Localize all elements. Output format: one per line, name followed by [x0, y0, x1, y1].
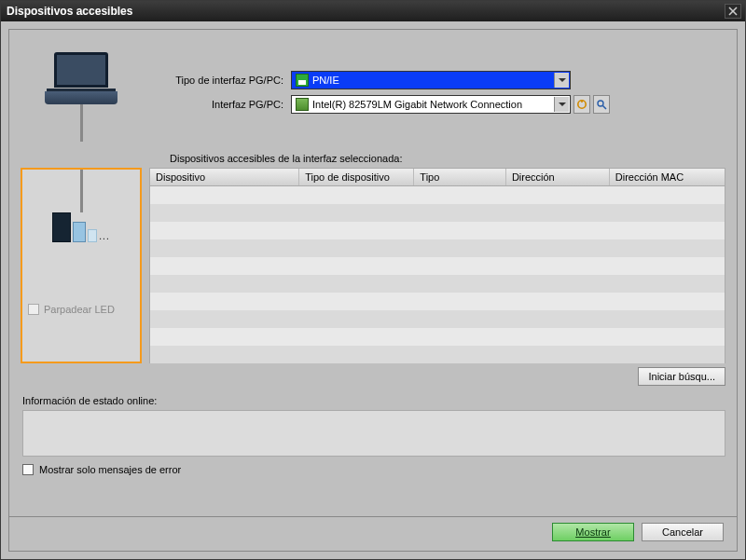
show-button[interactable]: Mostrar: [552, 523, 634, 541]
laptop-icon: [45, 52, 117, 104]
svg-line-6: [603, 106, 607, 110]
top-area: Tipo de interfaz PG/PC: PN/IE Interfaz P…: [9, 30, 737, 145]
dialog-body: Tipo de interfaz PG/PC: PN/IE Interfaz P…: [8, 29, 738, 552]
col-mac[interactable]: Dirección MAC: [610, 169, 725, 185]
col-device-type[interactable]: Tipo de dispositivo: [299, 169, 414, 185]
table-row[interactable]: [150, 257, 725, 275]
cable-icon: [80, 170, 83, 212]
col-type[interactable]: Tipo: [414, 169, 506, 185]
interface-type-select[interactable]: PN/IE: [291, 71, 571, 89]
table-row[interactable]: [150, 346, 725, 363]
blink-led-label: Parpadear LED: [44, 304, 115, 315]
target-device-box: ... Parpadear LED: [21, 168, 142, 363]
mid-area: ... Parpadear LED Dispositivo Tipo de di…: [9, 168, 737, 363]
errors-only-label: Mostrar solo mensajes de error: [39, 464, 181, 475]
row-interface-type: Tipo de interfaz PG/PC: PN/IE: [142, 71, 725, 89]
table-header-row: Dispositivo Tipo de dispositivo Tipo Dir…: [150, 169, 725, 186]
interface-label: Interfaz PG/PC:: [142, 99, 291, 110]
status-area: Información de estado online: Mostrar so…: [9, 389, 737, 479]
svg-point-5: [598, 101, 603, 106]
source-device-column: [21, 37, 142, 142]
close-button[interactable]: [725, 4, 741, 19]
interface-form: Tipo de interfaz PG/PC: PN/IE Interfaz P…: [142, 37, 725, 142]
table-caption: Dispositivos accesibles de la interfaz s…: [9, 145, 737, 168]
dialog-frame: Dispositivos accesibles Tipo de interfaz…: [0, 0, 746, 560]
errors-only-row: Mostrar solo mensajes de error: [22, 464, 725, 475]
table-row[interactable]: [150, 310, 725, 328]
search-row: Iniciar búsqu...: [9, 363, 737, 389]
table-row[interactable]: [150, 293, 725, 310]
configure-button[interactable]: [593, 95, 610, 114]
table-row[interactable]: [150, 239, 725, 257]
interface-value: Intel(R) 82579LM Gigabit Network Connect…: [312, 99, 522, 110]
nic-icon: [296, 98, 309, 111]
footer-buttons: Mostrar Cancelar: [9, 523, 737, 551]
status-listbox[interactable]: [22, 410, 725, 457]
blink-led-checkbox[interactable]: [28, 304, 39, 315]
chevron-down-icon[interactable]: [554, 97, 569, 112]
errors-only-checkbox[interactable]: [22, 464, 34, 475]
cable-icon: [80, 104, 83, 142]
footer-separator: [9, 516, 737, 517]
col-address[interactable]: Dirección: [506, 169, 610, 185]
pnie-icon: [296, 74, 309, 87]
refresh-button[interactable]: [573, 95, 590, 114]
start-search-button[interactable]: Iniciar búsqu...: [638, 367, 725, 386]
interface-select[interactable]: Intel(R) 82579LM Gigabit Network Connect…: [291, 95, 571, 114]
devices-table: Dispositivo Tipo de dispositivo Tipo Dir…: [149, 168, 725, 363]
row-interface: Interfaz PG/PC: Intel(R) 82579LM Gigabit…: [142, 95, 725, 114]
table-row[interactable]: [150, 328, 725, 346]
status-label: Información de estado online:: [22, 395, 725, 406]
table-row[interactable]: [150, 275, 725, 293]
interface-type-value: PN/IE: [312, 75, 339, 86]
interface-type-label: Tipo de interfaz PG/PC:: [142, 75, 291, 86]
titlebar: Dispositivos accesibles: [1, 1, 745, 21]
table-body[interactable]: [150, 186, 725, 363]
table-row[interactable]: [150, 222, 725, 239]
svg-marker-3: [559, 102, 566, 106]
plc-icon: ...: [52, 212, 109, 242]
cancel-button[interactable]: Cancelar: [642, 523, 724, 541]
col-device[interactable]: Dispositivo: [150, 169, 299, 185]
window-title: Dispositivos accesibles: [5, 5, 725, 18]
svg-marker-2: [559, 78, 566, 82]
table-row[interactable]: [150, 204, 725, 222]
blink-led-row: Parpadear LED: [28, 304, 115, 315]
table-row[interactable]: [150, 186, 725, 204]
chevron-down-icon[interactable]: [554, 73, 569, 88]
